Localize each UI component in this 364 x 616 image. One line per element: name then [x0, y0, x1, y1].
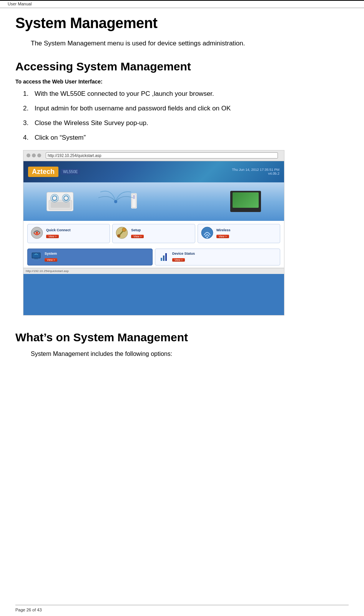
hero-area: [23, 182, 284, 221]
footer-page: Page 26 of 43: [15, 608, 42, 612]
router-svg: [47, 192, 74, 212]
browser-dot-1: [27, 154, 30, 157]
laptop-screen: [233, 192, 259, 208]
header-bar: User Manual: [0, 1, 364, 8]
step-3: 3. Close the Wireless Site Survey pop-up…: [23, 119, 349, 128]
aztech-model: WL550E: [61, 169, 80, 175]
nav-icon-system: [31, 251, 42, 263]
svg-point-10: [36, 232, 38, 234]
whats-on-title: What’s on System Management: [15, 331, 349, 344]
header-right: Thu Jun 14, 2012 17:35:51 PM v4.0b.2: [232, 168, 279, 175]
svg-rect-1: [51, 202, 70, 208]
main-title: System Management: [15, 15, 349, 32]
page-content: System Management The System Management …: [0, 8, 364, 374]
nav-setup-title: Setup: [131, 228, 191, 232]
aztech-logo: Aztech: [28, 167, 58, 177]
nav-icon-setup: [116, 227, 128, 240]
browser-dot-2: [32, 154, 36, 157]
nav-system-title: System: [45, 252, 149, 255]
nav-devicestatus-title: Device Status: [172, 252, 277, 255]
aztech-version: v4.0b.2: [232, 172, 279, 175]
nav-item-devicestatus[interactable]: Device Status View >: [155, 249, 280, 265]
section1-title: Accessing System Management: [15, 60, 349, 73]
step-2: 2. Input admin for both username and pas…: [23, 104, 349, 113]
nav-wireless-title: Wireless: [216, 228, 277, 232]
browser-url-bar: http://192.10.254/quickstart.asp: [23, 268, 284, 274]
browser-chrome: http://192.10.254/quickstart.asp: [23, 150, 284, 161]
svg-point-13: [122, 228, 126, 232]
svg-rect-20: [163, 255, 165, 261]
header-label: User Manual: [8, 2, 32, 6]
svg-point-8: [114, 200, 117, 203]
whats-on-text: System Management includes the following…: [31, 349, 349, 359]
nav-setup-btn[interactable]: View >: [131, 235, 144, 238]
nav-item-setup[interactable]: Setup View >: [112, 224, 195, 243]
svg-rect-21: [165, 253, 167, 261]
svg-point-16: [206, 237, 208, 238]
hero-laptop-icon: [230, 191, 261, 212]
svg-point-14: [117, 234, 120, 237]
webpage-content: Aztech WL550E Thu Jun 14, 2012 17:35:51 …: [23, 161, 284, 315]
web-ui-label: To access the Web User Interface:: [15, 78, 349, 85]
nav-item-system[interactable]: System View >: [27, 249, 153, 265]
steps-list: 1. With the WL550E connected to your PC …: [23, 89, 349, 142]
nav-item-wireless[interactable]: Wireless View >: [198, 224, 280, 243]
step-4: 4. Click on “System”: [23, 133, 349, 142]
svg-rect-19: [161, 258, 162, 261]
nav-icon-devicestatus: [158, 251, 169, 263]
nav-item-quickconnect[interactable]: Quick Connect View >: [27, 224, 110, 243]
nav-system-btn[interactable]: View >: [45, 258, 57, 262]
screenshot-image: http://192.10.254/quickstart.asp Aztech …: [23, 150, 284, 316]
browser-dot-3: [37, 154, 41, 157]
svg-point-4: [64, 196, 68, 200]
nav-wireless-btn[interactable]: View >: [216, 235, 229, 238]
logo-area: Aztech WL550E: [28, 167, 80, 177]
aztech-date: Thu Jun 14, 2012 17:35:51 PM: [232, 168, 279, 172]
intro-text: The System Management menu is used for d…: [31, 38, 349, 48]
nav-quickconnect-title: Quick Connect: [46, 228, 106, 232]
nav-devicestatus-btn[interactable]: View >: [172, 258, 185, 262]
nav-section: Quick Connect View >: [23, 221, 284, 246]
browser-addressbar: http://192.10.254/quickstart.asp: [46, 152, 278, 159]
bottom-nav: System View > Device Status: [23, 246, 284, 268]
nav-quickconnect-btn[interactable]: View >: [46, 235, 59, 238]
footer: Page 26 of 43: [15, 605, 349, 612]
step-1: 1. With the WL550E connected to your PC …: [23, 89, 349, 98]
nav-icon-quickconnect: [31, 227, 43, 240]
wave-arcs: [93, 186, 139, 217]
hero-router-icon: [47, 192, 73, 211]
svg-point-2: [52, 196, 57, 200]
nav-icon-wireless: [201, 227, 213, 240]
aztech-header: Aztech WL550E Thu Jun 14, 2012 17:35:51 …: [23, 161, 284, 182]
